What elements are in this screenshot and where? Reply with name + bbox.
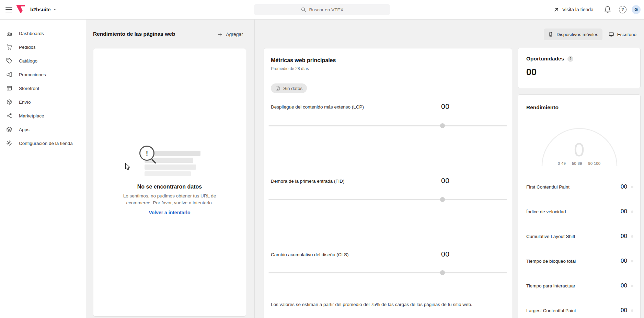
perf-metric-value: 00 [621,233,627,240]
question-badge-icon[interactable]: ? [567,56,573,62]
bell-icon[interactable] [604,6,611,13]
sidebar-item-pedidos[interactable]: Pedidos [0,40,87,54]
sidebar-item-apps[interactable]: Apps [0,123,87,136]
perf-metric-value: 00 [621,258,627,264]
slider-track [268,125,507,126]
tag-icon [6,58,12,64]
perf-metric-value: 00 [621,282,627,289]
card-title: Métricas web principales [271,57,336,64]
sidebar-item-label: Dashboards [19,31,44,36]
sidebar-item-configuracion[interactable]: Configuración de la tienda [0,136,87,150]
retry-link[interactable]: Volver a intentarlo [93,210,246,215]
sidebar-item-label: Catálogo [19,58,37,64]
status-dot-icon [631,186,633,188]
performance-title: Rendimiento [526,104,559,111]
top-bar: b2bsuite Buscar en VTEX Visita la tienda… [0,0,644,20]
sidebar-item-label: Envío [19,100,31,105]
sidebar-item-catalogo[interactable]: Catálogo [0,54,87,68]
add-page-button[interactable]: Agregar [217,30,243,39]
mobile-devices-label: Dispositivos móviles [556,32,598,37]
account-switcher[interactable]: b2bsuite [30,0,57,19]
avatar[interactable]: G [632,5,641,14]
sidebar-item-label: Marketplace [19,113,44,118]
sidebar: Dashboards Pedidos Catálogo Promociones … [0,20,87,318]
chevron-down-icon [53,8,57,12]
status-dot-icon [631,235,633,238]
storefront-icon [6,85,12,91]
perf-row-tbt: Tiempo de bloqueo total 00 [526,258,633,264]
sidebar-item-storefront[interactable]: Storefront [0,81,87,95]
web-vitals-card: Métricas web principales Promedio de 28 … [264,48,512,318]
gauge-range-high: 90-100 [588,161,600,166]
metric-value-lcp: 00 [441,102,449,111]
gauge-range-low: 0-49 [558,161,566,166]
visit-store-label: Visita la tienda [562,7,594,12]
no-data-badge: Sin datos [271,83,307,93]
sidebar-item-label: Promociones [19,72,46,77]
perf-metric-label: Tiempo de bloqueo total [526,259,621,264]
vtex-admin-dashboard: b2bsuite Buscar en VTEX Visita la tienda… [0,0,644,318]
lcp-slider [268,123,507,128]
slider-track [268,199,507,200]
device-toggle: Dispositivos móviles Escritorio [518,29,641,40]
metric-value-cls: 00 [441,250,449,258]
status-dot-icon [631,260,633,262]
vtex-logo[interactable] [16,5,27,14]
sidebar-item-envio[interactable]: Envío [0,95,87,109]
sidebar-item-marketplace[interactable]: Marketplace [0,109,87,123]
bar-chart-icon [6,30,12,36]
layers-icon [6,126,12,133]
gauge-legend: 0-49 50-89 90-100 [518,161,640,166]
help-icon[interactable]: ? [619,6,626,13]
perf-metric-value: 00 [621,183,627,190]
sidebar-item-label: Storefront [19,86,39,91]
mobile-devices-button[interactable]: Dispositivos móviles [544,29,602,40]
menu-icon[interactable] [5,7,12,12]
cart-icon [6,44,12,50]
slider-thumb[interactable] [440,123,445,128]
pages-performance-panel: Rendimiento de las páginas web Agregar !… [87,20,255,318]
gauge-range-mid: 50-89 [572,161,582,166]
status-dot-icon [631,309,633,312]
alert-glyph: ! [146,149,148,157]
add-page-label: Agregar [226,32,243,37]
gear-icon [6,140,12,146]
perf-metric-label: Largest Contentful Paint [526,308,621,313]
perf-metric-label: Tiempo para interactuar [526,283,621,288]
opportunities-title: Oportunidades [526,56,564,62]
search-input[interactable]: Buscar en VTEX [254,4,390,15]
package-icon [6,99,12,105]
visit-store-link[interactable]: Visita la tienda [553,0,594,19]
desktop-label: Escritorio [617,32,636,37]
help-glyph: ? [621,7,624,12]
status-dot-icon [631,211,633,213]
metric-label-fid: Demora de la primera entrada (FID) [271,179,345,184]
megaphone-icon [6,71,12,78]
no-data-label: Sin datos [283,86,302,91]
sidebar-item-dashboards[interactable]: Dashboards [0,26,87,40]
perf-row-speed-index: Índice de velocidad 00 [526,208,633,215]
slider-thumb[interactable] [440,270,445,275]
opportunities-card: Oportunidades ? 00 [518,48,641,88]
card-divider [264,288,512,288]
sidebar-item-label: Configuración de la tienda [19,141,73,146]
slider-thumb[interactable] [440,197,445,202]
skeleton-bar [154,151,200,156]
skeleton-bar [145,164,196,170]
fid-slider [268,197,507,202]
perf-metric-value: 00 [621,208,627,215]
page-title: Rendimiento de las páginas web [93,31,175,37]
performance-card: Rendimiento 0 0-49 50-89 90-100 First Co… [518,94,641,318]
perf-row-tti: Tiempo para interactuar 00 [526,282,633,289]
avatar-initial: G [634,7,638,12]
sidebar-item-promociones[interactable]: Promociones [0,68,87,81]
calendar-x-icon [275,86,280,91]
perf-row-fcp: First Contentful Paint 00 [526,183,633,190]
plus-icon [217,32,223,37]
metric-label-lcp: Despliegue del contenido más extenso (LC… [271,104,364,110]
card-footnote: Los valores se estiman a partir del prom… [271,302,505,307]
slider-track [268,272,507,273]
search-icon [301,7,306,12]
perf-row-lcp: Largest Contentful Paint 00 [526,307,633,314]
desktop-button[interactable]: Escritorio [605,29,641,40]
